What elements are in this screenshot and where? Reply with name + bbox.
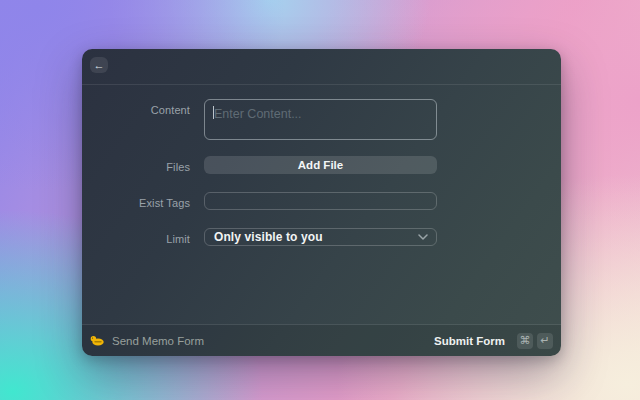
- limit-label: Limit: [82, 233, 190, 245]
- memo-duck-icon: [90, 335, 104, 346]
- limit-selected-value: Only visible to you: [214, 230, 323, 244]
- send-memo-form-window: ← Content Files Add File Exist Tags Limi…: [82, 49, 561, 356]
- header-divider: [82, 84, 561, 85]
- left-arrow-icon: ←: [94, 60, 105, 71]
- footer-bar: Send Memo Form Submit Form ⌘ ↵: [82, 325, 561, 356]
- back-button[interactable]: ←: [90, 57, 108, 73]
- submit-form-label: Submit Form: [434, 335, 505, 347]
- return-key-icon: ↵: [537, 333, 553, 349]
- text-caret: [213, 106, 214, 119]
- files-label: Files: [82, 161, 190, 173]
- submit-form-action[interactable]: Submit Form ⌘ ↵: [434, 333, 553, 349]
- footer-app-info: Send Memo Form: [90, 335, 204, 347]
- content-label: Content: [82, 104, 190, 116]
- add-file-button[interactable]: Add File: [204, 156, 437, 174]
- chevron-down-icon: [418, 234, 428, 240]
- content-textarea[interactable]: [204, 99, 437, 140]
- command-key-icon: ⌘: [517, 333, 533, 349]
- form-title: Send Memo Form: [112, 335, 204, 347]
- content-field-wrap: [204, 99, 437, 140]
- limit-dropdown[interactable]: Only visible to you: [204, 228, 437, 246]
- exist-tags-input[interactable]: [204, 192, 437, 210]
- exist-tags-label: Exist Tags: [82, 197, 190, 209]
